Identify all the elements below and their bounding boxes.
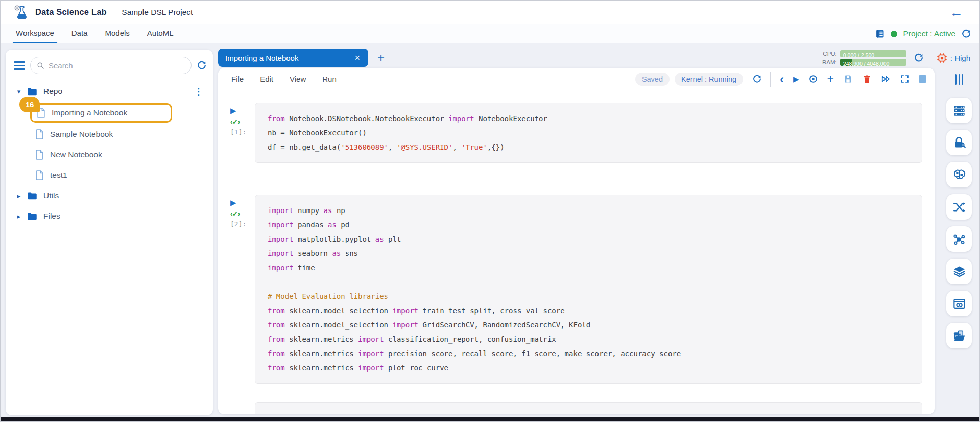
columns-layout-icon[interactable] [955, 68, 963, 90]
folder-icon [27, 192, 37, 200]
lock-key-icon [952, 136, 966, 150]
notebook-file-icon [35, 150, 44, 160]
app-header: Data Science Lab Sample DSL Project ← [1, 1, 979, 24]
cell-gutter: ▶ ‹✓› [1]: [230, 103, 255, 163]
credentials-button[interactable] [946, 130, 972, 155]
ai-models-button[interactable] [946, 162, 972, 187]
cell-run-icon[interactable]: ▶ [230, 107, 236, 114]
app-logo-flask-icon [14, 5, 29, 20]
kebab-menu-icon[interactable]: ⋮ [194, 86, 203, 97]
caret-right-icon[interactable]: ▸ [15, 192, 23, 200]
search-input[interactable] [49, 61, 185, 70]
tree-file-sample-notebook[interactable]: Sample Notebook [35, 124, 213, 145]
folder-icon [27, 87, 37, 96]
menu-run[interactable]: Run [322, 75, 337, 83]
cpu-usage-value: 0.000 / 2.500 [840, 52, 874, 57]
layers-button[interactable] [946, 259, 972, 284]
shuffle-icon [952, 200, 966, 214]
save-status-badge: Saved [635, 73, 670, 86]
kernel-status-badge[interactable]: Kernel : Running [675, 73, 743, 86]
tree-file-test1[interactable]: test1 [35, 165, 213, 185]
tutorial-step-badge: 16 [19, 97, 40, 112]
nav-tab-workspace[interactable]: Workspace [16, 24, 54, 43]
run-cell-icon[interactable]: ▶ [793, 75, 799, 84]
divider [812, 50, 812, 66]
shuffle-button[interactable] [946, 194, 972, 220]
tree-folder-repo[interactable]: ▾ Repo ⋮ [15, 81, 213, 102]
pipeline-graph-button[interactable] [946, 226, 972, 252]
data-science-lab-window: Data Science Lab Sample DSL Project ← Wo… [0, 0, 980, 422]
nav-tab-models[interactable]: Models [105, 24, 129, 43]
ram-usage-bar: 248.900 / 4048.000 [840, 59, 906, 66]
status-dot [891, 31, 897, 37]
cell-success-icon: ‹✓› [230, 118, 240, 125]
tree-file-label: Sample Notebook [50, 130, 113, 139]
notebook-cell: ▶ ‹✓› [1]: from Notebook.DSNotebook.Note… [230, 103, 935, 163]
divider [930, 50, 930, 66]
caret-right-icon[interactable]: ▸ [15, 213, 23, 220]
stop-kernel-icon[interactable] [919, 75, 926, 83]
nav-tab-automl[interactable]: AutoML [147, 24, 174, 43]
project-log-icon[interactable] [875, 29, 885, 39]
delete-cell-icon[interactable] [862, 74, 872, 84]
run-all-icon[interactable] [881, 74, 891, 84]
file-tree: ▾ Repo ⋮ 16 Importing a Notebook Sample … [6, 81, 213, 226]
menu-edit[interactable]: Edit [260, 75, 273, 83]
notebook-toolbar: File Edit View Run Saved Kernel : Runnin… [218, 68, 935, 90]
ram-label: RAM: [819, 59, 837, 65]
tree-folder-utils[interactable]: ▸ Utils [15, 185, 213, 206]
cell-success-icon: ‹✓› [230, 210, 240, 217]
project-files-button[interactable] [946, 323, 972, 348]
gear-target-icon[interactable] [808, 74, 818, 84]
cell-execution-count: [1]: [230, 129, 246, 135]
tab-close-icon[interactable]: × [353, 53, 361, 63]
cpu-usage-bar: 0.000 / 2.500 [840, 50, 906, 57]
tab-importing-a-notebook[interactable]: Importing a Notebook × [218, 49, 368, 67]
collapse-left-icon[interactable]: ‹ [780, 73, 784, 85]
nav-tab-data[interactable]: Data [71, 24, 88, 43]
menu-file[interactable]: File [231, 75, 244, 83]
cell-run-icon[interactable]: ▶ [230, 199, 236, 206]
hamburger-menu-icon[interactable] [14, 61, 25, 70]
data-sources-button[interactable] [946, 98, 972, 123]
tree-folder-files[interactable]: ▸ Files [15, 206, 213, 226]
add-cell-icon[interactable]: + [827, 73, 834, 85]
new-tab-button[interactable]: + [377, 51, 385, 65]
cell-code-editor[interactable]: from Notebook.DSNotebook.NotebookExecuto… [255, 103, 922, 163]
ram-usage-value: 248.900 / 4048.000 [840, 61, 890, 66]
project-refresh-icon[interactable] [961, 29, 971, 39]
kernel-refresh-icon[interactable] [752, 74, 762, 84]
server-rack-icon [952, 104, 966, 118]
tree-file-label: New Notebook [50, 150, 102, 159]
tree-file-importing-a-notebook[interactable]: 16 Importing a Notebook [30, 103, 172, 123]
priority-indicator[interactable]: : High [937, 53, 970, 63]
resources-refresh-icon[interactable] [914, 53, 924, 63]
tab-label: Importing a Notebook [225, 54, 353, 62]
window-bottom-bar [1, 417, 979, 421]
fullscreen-icon[interactable] [900, 74, 910, 84]
notebook-file-icon [35, 129, 44, 139]
tree-file-new-notebook[interactable]: New Notebook [35, 145, 213, 165]
notebook-panel: File Edit View Run Saved Kernel : Runnin… [218, 68, 935, 414]
back-arrow-icon[interactable]: ← [950, 6, 963, 19]
session-window-button[interactable] [946, 291, 972, 316]
save-notebook-icon[interactable] [843, 74, 853, 84]
menu-view[interactable]: View [290, 75, 306, 83]
cell-gutter: ▶ ‹✓› [2]: [230, 195, 255, 384]
caret-down-icon[interactable]: ▾ [15, 88, 23, 96]
divider [770, 72, 771, 87]
network-nodes-icon [952, 232, 966, 246]
sidebar-refresh-icon[interactable] [197, 60, 207, 71]
priority-label: : High [950, 54, 970, 62]
tree-folder-label: Files [43, 212, 60, 221]
resource-usage: CPU: 0.000 / 2.500 RAM: 248.900 / 4048.0… [819, 50, 906, 66]
notebook-cell: ▶ ‹✓› [2]: import numpy as npimport pand… [230, 195, 935, 384]
notebook-tabstrip: Importing a Notebook × + CPU: 0.000 / 2.… [218, 48, 979, 68]
app-title: Data Science Lab [35, 7, 107, 17]
tree-file-label: Importing a Notebook [52, 108, 127, 118]
tree-folder-label: Repo [43, 87, 62, 96]
folder-icon [27, 212, 37, 221]
cell-code-editor[interactable]: import numpy as npimport pandas as pdimp… [255, 195, 922, 384]
notebook-file-icon [35, 170, 44, 180]
cpu-chip-icon [937, 53, 947, 63]
